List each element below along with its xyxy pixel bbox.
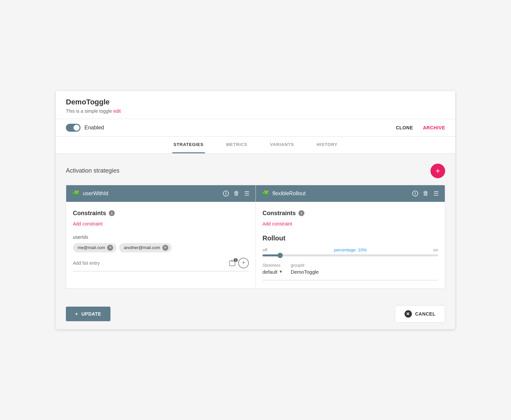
remove-tag-2[interactable]: ✕ (162, 245, 168, 251)
tag-me-mail: me@mail.com ✕ (73, 243, 116, 252)
puzzle-icon-left: 🧩 (72, 190, 80, 197)
svg-rect-0 (231, 260, 234, 261)
delete-button-left[interactable]: 🗑 (234, 190, 240, 197)
tag-value-2: another@mail.com (124, 245, 160, 250)
strategy-name-right: 🧩 flexibleRollout (262, 190, 306, 197)
strategy-header-left: 🧩 userWithId i 🗑 ☰ (66, 185, 256, 202)
trash-icon-right: 🗑 (423, 190, 429, 197)
bottom-bar: + UPDATE ✕ CANCEL (56, 299, 455, 329)
constraints-info-icon-right[interactable]: i (298, 210, 304, 216)
add-list-entry-input[interactable] (73, 260, 229, 266)
tags-container-left: me@mail.com ✕ another@mail.com ✕ (73, 243, 249, 252)
tab-metrics[interactable]: METRICS (225, 137, 249, 153)
add-strategy-button[interactable]: + (430, 164, 445, 178)
stickiness-arrow-icon: ▼ (279, 269, 283, 274)
add-constraint-link-left[interactable]: Add constraint (73, 221, 103, 226)
tag-value-1: me@mail.com (78, 245, 105, 250)
add-entry-row: 3 + (73, 258, 249, 271)
page-title: DemoToggle (66, 98, 445, 106)
rollout-percentage-label: percentage: 10% (334, 247, 367, 252)
update-button[interactable]: + UPDATE (66, 307, 110, 321)
strategy-body-right: Constraints i Add constraint Rollout off… (256, 202, 445, 288)
rollout-slider-thumb[interactable] (277, 253, 283, 258)
archive-button[interactable]: ARCHIVE (423, 125, 445, 130)
toggle-left: Enabled (66, 124, 104, 132)
tab-strategies[interactable]: STRATEGIES (172, 137, 205, 153)
paste-badge: 3 (234, 258, 238, 262)
cancel-x-icon: ✕ (405, 310, 412, 318)
strategy-actions-right: i 🗑 ☰ (412, 190, 439, 197)
section-header: Activation strategies + (66, 164, 445, 178)
activation-strategies-title: Activation strategies (66, 167, 119, 174)
strategies-grid: 🧩 userWithId i 🗑 ☰ (66, 185, 445, 289)
menu-button-left[interactable]: ☰ (244, 190, 250, 197)
page-header: DemoToggle This is a simple toggle edit (56, 91, 455, 119)
plus-icon-update: + (75, 311, 78, 317)
rollout-labels: off percentage: 10% on (262, 247, 438, 252)
trash-icon-left: 🗑 (234, 190, 240, 197)
group-id-group: groupId DemoToggle (291, 263, 319, 275)
puzzle-icon-right: 🧩 (262, 190, 269, 197)
menu-icon-right: ☰ (433, 190, 439, 197)
toggle-label: Enabled (85, 125, 104, 131)
param-label-left: userIds (73, 234, 249, 240)
menu-icon-left: ☰ (244, 190, 250, 197)
enabled-toggle[interactable] (66, 124, 81, 132)
rollout-title: Rollout (262, 234, 438, 242)
add-constraint-link-right[interactable]: Add constraint (262, 221, 292, 226)
remove-tag-1[interactable]: ✕ (107, 245, 113, 251)
rollout-on-label: on (433, 247, 438, 252)
main-content: Activation strategies + 🧩 userWithId i (56, 154, 455, 299)
tag-another-mail: another@mail.com ✕ (119, 243, 171, 252)
paste-icon[interactable]: 3 (229, 260, 236, 266)
stickiness-group: Stickiness default ▼ (262, 263, 283, 275)
rollout-slider-container (262, 254, 438, 256)
group-id-select[interactable]: DemoToggle (291, 269, 319, 275)
group-id-label: groupId (291, 263, 319, 268)
constraints-label-right: Constraints i (262, 210, 438, 217)
strategy-card-flexiblerollout: 🧩 flexibleRollout i 🗑 ☰ (256, 185, 445, 289)
rollout-selects: Stickiness default ▼ groupId DemoToggle (262, 263, 438, 280)
add-entry-button[interactable]: + (238, 258, 249, 268)
stickiness-select[interactable]: default ▼ (262, 269, 283, 275)
strategy-header-right: 🧩 flexibleRollout i 🗑 ☰ (256, 185, 445, 202)
toggle-bar: Enabled CLONE ARCHIVE (56, 119, 455, 137)
tab-variants[interactable]: VARIANTS (269, 137, 295, 153)
strategy-card-userwithid: 🧩 userWithId i 🗑 ☰ (66, 185, 256, 289)
constraints-label-left: Constraints i (73, 210, 249, 217)
strategy-actions-left: i 🗑 ☰ (223, 190, 250, 197)
add-entry-icons: 3 + (229, 258, 249, 268)
stickiness-label: Stickiness (262, 263, 283, 268)
tab-history[interactable]: HISTORY (315, 137, 339, 153)
rollout-off-label: off (262, 247, 267, 252)
info-button-right[interactable]: i (412, 191, 418, 197)
strategy-name-left: 🧩 userWithId (72, 190, 108, 197)
toggle-actions: CLONE ARCHIVE (396, 125, 445, 130)
menu-button-right[interactable]: ☰ (433, 190, 439, 197)
info-button-left[interactable]: i (223, 191, 229, 197)
strategy-body-left: Constraints i Add constraint userIds me@… (66, 202, 256, 279)
page-description: This is a simple toggle edit (66, 108, 445, 114)
nav-tabs: STRATEGIES METRICS VARIANTS HISTORY (56, 137, 455, 154)
cancel-button[interactable]: ✕ CANCEL (395, 305, 445, 323)
clone-button[interactable]: CLONE (396, 125, 413, 130)
delete-button-right[interactable]: 🗑 (423, 190, 429, 197)
constraints-info-icon-left[interactable]: i (109, 210, 115, 216)
edit-link[interactable]: edit (113, 108, 121, 114)
